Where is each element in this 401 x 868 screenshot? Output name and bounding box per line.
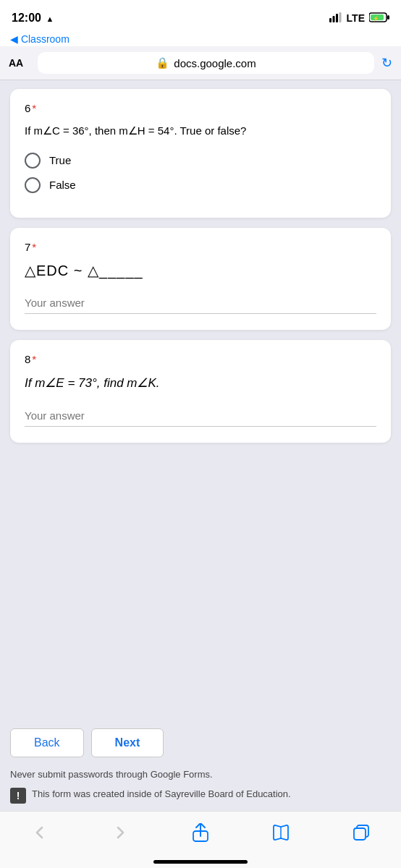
back-button[interactable]: Back: [10, 728, 84, 757]
footer-warning-text: Never submit passwords through Google Fo…: [10, 767, 391, 783]
time-arrow: ▲: [46, 14, 54, 23]
toolbar-book-button[interactable]: [265, 820, 297, 846]
footer-warning-block: ! This form was created inside of Sayrev…: [10, 787, 391, 804]
answer-input-7[interactable]: [25, 292, 376, 314]
lte-label: LTE: [347, 12, 365, 24]
svg-rect-3: [339, 12, 341, 22]
browser-aa[interactable]: AA: [9, 57, 30, 69]
question-7-card: 7* △EDC ~ △_____: [10, 228, 391, 330]
browser-address-bar[interactable]: 🔒 docs.google.com: [38, 52, 374, 74]
footer: Never submit passwords through Google Fo…: [0, 763, 401, 811]
home-bar: [153, 860, 248, 864]
question-7-triangle: △EDC ~ △_____: [25, 262, 376, 279]
svg-text:⚡: ⚡: [373, 15, 379, 22]
home-indicator: [0, 860, 401, 868]
svg-rect-5: [387, 15, 389, 20]
back-arrow: ◀: [10, 33, 18, 45]
radio-true-label: True: [49, 154, 71, 166]
url-text: docs.google.com: [174, 57, 256, 69]
status-bar: 12:00 ▲ LTE ⚡: [0, 0, 401, 32]
question-6-card: 6* If m∠C = 36°, then m∠H = 54°. True or…: [10, 89, 391, 218]
footer-warning-icon: !: [10, 788, 26, 804]
toolbar-back-button[interactable]: [24, 820, 56, 846]
status-icons: LTE ⚡: [329, 12, 389, 25]
battery-icon: ⚡: [369, 12, 389, 25]
question-8-text: If m∠E = 73°, find m∠K.: [25, 374, 376, 393]
next-button[interactable]: Next: [91, 728, 164, 757]
toolbar-share-button[interactable]: [185, 820, 216, 846]
radio-false-label: False: [49, 179, 76, 191]
question-6-text: If m∠C = 36°, then m∠H = 54°. True or fa…: [25, 123, 376, 140]
back-label[interactable]: Classroom: [21, 33, 69, 45]
svg-rect-0: [329, 18, 332, 22]
required-star-8: *: [32, 353, 36, 365]
svg-rect-11: [354, 828, 366, 840]
main-content: 6* If m∠C = 36°, then m∠H = 54°. True or…: [0, 80, 401, 728]
back-nav[interactable]: ◀ Classroom: [0, 32, 401, 46]
question-8-card: 8* If m∠E = 73°, find m∠K.: [10, 340, 391, 443]
answer-input-8[interactable]: [25, 405, 376, 427]
status-time: 12:00 ▲: [12, 12, 54, 25]
signal-icon: [329, 12, 342, 25]
radio-false-circle[interactable]: [25, 177, 41, 193]
question-8-number: 8*: [25, 353, 376, 365]
lock-icon: 🔒: [156, 56, 169, 69]
refresh-button[interactable]: ↻: [381, 55, 392, 71]
option-false[interactable]: False: [25, 177, 376, 193]
toolbar-tabs-button[interactable]: [345, 820, 377, 846]
bottom-toolbar: [0, 811, 401, 860]
required-star-7: *: [32, 241, 36, 253]
required-star-6: *: [32, 102, 36, 114]
option-true[interactable]: True: [25, 153, 376, 169]
footer-sub-text: This form was created inside of Sayrevil…: [32, 787, 291, 801]
question-7-number: 7*: [25, 241, 376, 253]
browser-bar: AA 🔒 docs.google.com ↻: [0, 46, 401, 80]
radio-true-circle[interactable]: [25, 153, 41, 169]
question-6-number: 6*: [25, 102, 376, 114]
svg-rect-1: [332, 16, 334, 22]
toolbar-forward-button[interactable]: [104, 820, 136, 846]
svg-rect-2: [336, 14, 338, 22]
nav-buttons: Back Next: [0, 728, 401, 763]
